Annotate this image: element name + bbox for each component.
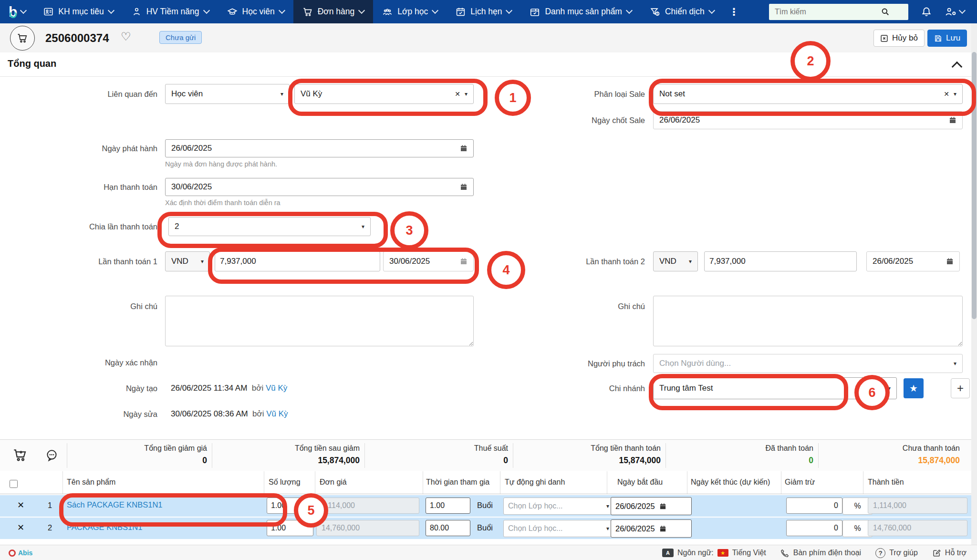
nav-more-menu[interactable]: ⋮ <box>723 0 745 23</box>
question-circle-icon: ? <box>875 548 885 558</box>
app-logo[interactable]: b <box>0 0 34 23</box>
cart-tab-icon[interactable] <box>12 447 28 463</box>
created-by-user-link[interactable]: Vũ Kỳ <box>266 384 287 393</box>
summary-value-paid: 0 <box>670 456 813 466</box>
comments-tab-icon[interactable] <box>45 448 59 462</box>
class-select[interactable]: Chọn Lớp học... ▾ <box>503 498 614 515</box>
search-icon[interactable] <box>881 7 890 16</box>
nav-item-danh-muc-san-pham[interactable]: Danh mục sản phẩm <box>520 0 640 23</box>
order-type-icon-circle <box>10 26 35 51</box>
payment1-amount-input[interactable] <box>215 251 380 271</box>
search-input[interactable] <box>774 7 881 17</box>
chevron-down-icon <box>203 7 209 14</box>
duration-input[interactable] <box>426 520 470 536</box>
scrollbar-track[interactable] <box>971 23 977 545</box>
calendar-icon[interactable] <box>949 116 956 124</box>
modified-by-user-link[interactable]: Vũ Kỳ <box>266 409 288 418</box>
caret-down-icon: ▾ <box>465 91 468 97</box>
collapse-chevron-up-icon[interactable] <box>952 62 963 73</box>
qty-input[interactable] <box>267 498 313 514</box>
plus-icon: + <box>957 382 964 395</box>
nav-item-kh-muc-tieu[interactable]: KH mục tiêu <box>34 0 122 23</box>
favorite-heart-icon[interactable]: ♡ <box>121 30 131 43</box>
nav-item-lop-hoc[interactable]: Lớp học <box>373 0 447 23</box>
top-nav: b KH mục tiêu HV Tiềm năng Học viên Đơn … <box>0 0 977 23</box>
duration-unit: Buổi <box>477 523 493 532</box>
box-check-icon <box>530 7 540 17</box>
notifications-button[interactable] <box>921 6 932 18</box>
start-date-input[interactable]: 26/06/2025 <box>611 497 692 515</box>
branch-select[interactable]: Trung tâm Test ▾ <box>653 377 897 399</box>
issue-date-value: 26/06/2025 <box>171 144 460 153</box>
floppy-disk-icon <box>934 34 942 42</box>
note-textarea-left[interactable] <box>165 296 474 346</box>
summary-label-unpaid: Chưa thanh toán <box>817 444 960 453</box>
calendar-icon[interactable] <box>946 258 954 265</box>
note-textarea-right[interactable] <box>653 296 963 346</box>
delete-row-icon[interactable]: ✕ <box>17 500 24 510</box>
discount-input[interactable] <box>786 498 842 514</box>
help-button[interactable]: ? Trợ giúp <box>875 548 918 558</box>
discount-input[interactable] <box>786 520 842 536</box>
class-select[interactable]: Chọn Lớp học... ▾ <box>503 520 614 537</box>
delete-row-icon[interactable]: ✕ <box>17 522 24 533</box>
clear-icon[interactable]: ✕ <box>455 90 460 98</box>
global-search[interactable] <box>769 4 908 20</box>
calendar-icon[interactable] <box>460 258 468 265</box>
field-label-lan-1: Lần thanh toán 1 <box>38 251 157 271</box>
start-date-input[interactable]: 26/06/2025 <box>611 519 692 538</box>
nav-item-label: Học viên <box>242 7 275 17</box>
cart-icon <box>302 7 313 17</box>
installments-select[interactable]: 2 ▾ <box>168 217 371 236</box>
calendar-icon[interactable] <box>460 145 468 152</box>
start-date-value: 26/06/2025 <box>615 524 655 533</box>
annotation-marker-3: 3 <box>390 211 428 249</box>
select-all-checkbox[interactable] <box>10 480 18 488</box>
sale-close-date-input[interactable]: 26/06/2025 <box>653 111 963 129</box>
phone-keyboard-button[interactable]: Bàn phím điện thoại <box>780 549 861 558</box>
calendar-icon[interactable] <box>460 183 468 191</box>
payment2-date-input[interactable]: 26/06/2025 <box>866 251 960 271</box>
save-button[interactable]: Lưu <box>927 30 967 47</box>
qty-input[interactable] <box>267 520 313 536</box>
bell-icon <box>921 6 932 18</box>
field-label-nguoi-phu-trach: Người phụ trách <box>526 354 645 373</box>
nav-item-lich-hen[interactable]: Lịch hẹn <box>447 0 520 23</box>
payment1-currency-select[interactable]: VND ▾ <box>165 251 210 271</box>
col-header-discount: Giảm trừ <box>785 478 815 487</box>
calendar-icon[interactable] <box>659 525 666 532</box>
sale-category-value: Not set <box>659 89 939 99</box>
chevron-down-icon <box>708 7 715 14</box>
clear-icon[interactable]: ✕ <box>944 90 949 98</box>
related-entity-select[interactable]: Vũ Kỳ ✕ ▾ <box>294 84 474 104</box>
payment2-currency-select[interactable]: VND ▾ <box>653 251 698 271</box>
account-menu[interactable] <box>945 6 965 18</box>
funnel-dollar-icon: $ <box>650 7 660 17</box>
product-name-link[interactable]: Sách PACKAGE KNBS1N1 <box>67 500 163 509</box>
due-date-input[interactable]: 30/06/2025 <box>165 178 474 196</box>
nav-item-hoc-vien[interactable]: Học viên <box>218 0 293 23</box>
product-name-link[interactable]: PACKAGE KNBS1N1 <box>67 523 142 532</box>
language-label: Ngôn ngữ: <box>677 549 714 557</box>
nav-item-hv-tiem-nang[interactable]: HV Tiềm năng <box>123 0 218 23</box>
sale-category-select[interactable]: Not set ✕ ▾ <box>653 84 963 104</box>
related-type-select[interactable]: Học viên ▾ <box>165 84 290 104</box>
summary-value-payment-total: 15,874,000 <box>518 456 661 466</box>
branch-add-button[interactable]: + <box>951 378 970 398</box>
nav-item-chien-dich[interactable]: $ Chiến dịch <box>641 0 723 23</box>
branch-favorite-star-button[interactable]: ★ <box>904 378 924 398</box>
assignee-select[interactable]: Chọn Người dùng... ▾ <box>653 354 963 373</box>
nav-item-don-hang[interactable]: Đơn hàng <box>293 0 374 23</box>
cancel-button[interactable]: Hủy bỏ <box>873 30 925 47</box>
duration-input[interactable] <box>426 498 470 514</box>
issue-date-input[interactable]: 26/06/2025 <box>165 139 474 157</box>
installments-value: 2 <box>175 222 357 231</box>
language-switcher[interactable]: A Ngôn ngữ: ★ Tiếng Việt <box>662 549 766 557</box>
field-label-lien-quan-den: Liên quan đến <box>38 84 157 104</box>
payment1-date-input[interactable]: 30/06/2025 <box>383 251 474 271</box>
calendar-icon[interactable] <box>659 503 666 510</box>
scrollbar-thumb[interactable] <box>972 52 977 319</box>
support-button[interactable]: Hỗ trợ <box>932 549 967 558</box>
status-badge: Chưa gửi <box>159 31 202 44</box>
payment2-amount-input[interactable] <box>704 251 857 271</box>
